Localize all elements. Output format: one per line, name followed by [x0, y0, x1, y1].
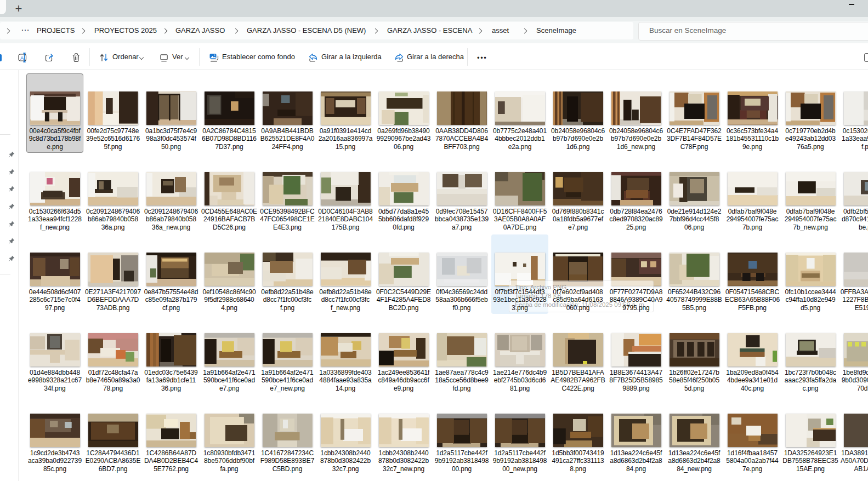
- svg-text:A: A: [20, 55, 24, 61]
